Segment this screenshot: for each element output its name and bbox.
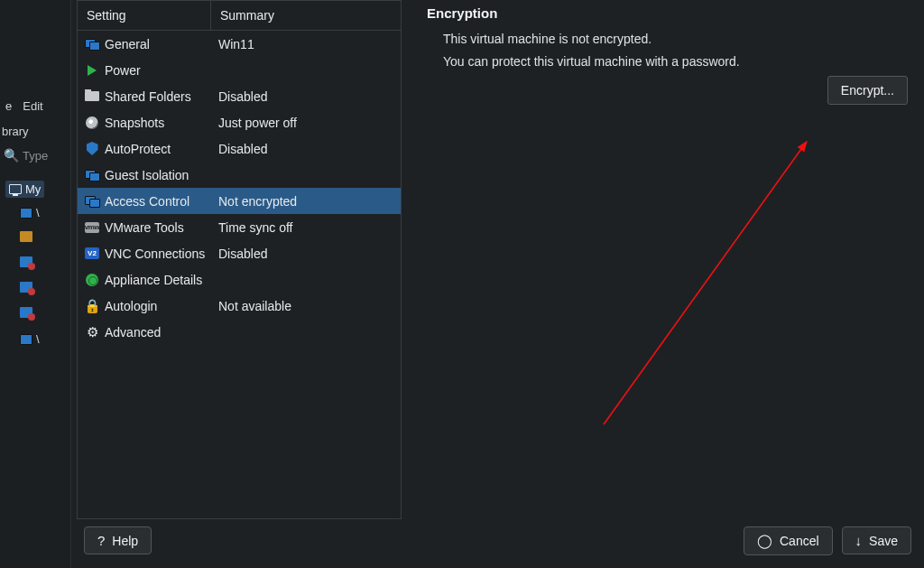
settings-row-summary: Not encrypted <box>211 194 401 209</box>
settings-row-summary: Disabled <box>211 89 401 104</box>
access-control-icon <box>85 194 99 209</box>
detail-text-line2: You can protect this virtual machine wit… <box>443 52 908 71</box>
settings-row-autologin[interactable]: 🔒Autologin Not available <box>78 293 401 319</box>
settings-row-label: Shared Folders <box>105 89 191 104</box>
cancel-button-label: Cancel <box>780 534 819 548</box>
appliance-icon <box>85 273 99 287</box>
library-my-computer[interactable]: My <box>5 181 44 198</box>
library-vm-item[interactable] <box>20 282 32 293</box>
vm-icon-error <box>20 307 32 318</box>
snapshot-icon <box>85 116 99 130</box>
settings-detail-pane: Encryption This virtual machine is not e… <box>402 0 924 526</box>
settings-row-appliance-details[interactable]: Appliance Details <box>78 266 401 293</box>
settings-row-power[interactable]: Power <box>78 57 401 83</box>
menubar-fragment: e Edit <box>0 94 71 118</box>
column-header-summary[interactable]: Summary <box>211 1 401 30</box>
lock-icon: 🔒 <box>85 299 99 313</box>
library-vm-item[interactable] <box>20 231 32 242</box>
settings-row-general[interactable]: General Win11 <box>78 31 401 57</box>
guest-isolation-icon <box>85 168 99 182</box>
cancel-icon: ◯ <box>757 533 772 549</box>
settings-row-summary: Disabled <box>211 247 401 261</box>
settings-row-autoprotect[interactable]: AutoProtect Disabled <box>78 135 401 162</box>
library-vm-item[interactable] <box>20 307 32 318</box>
general-icon <box>85 37 99 51</box>
search-icon: 🔍 <box>4 148 19 163</box>
autoprotect-icon <box>85 142 99 156</box>
main-window-left-strip: e Edit <box>0 0 72 568</box>
save-button[interactable]: ↓ Save <box>842 526 911 554</box>
settings-row-label: Guest Isolation <box>105 168 189 182</box>
settings-row-label: VNC Connections <box>105 247 205 261</box>
settings-row-vnc-connections[interactable]: V2VNC Connections Disabled <box>78 240 401 266</box>
settings-row-label: Appliance Details <box>105 273 202 287</box>
settings-row-label: VMware Tools <box>105 220 184 235</box>
folder-icon <box>85 89 99 104</box>
menu-edit[interactable]: Edit <box>23 99 42 113</box>
column-header-setting[interactable]: Setting <box>78 1 211 30</box>
vm-icon <box>20 208 32 219</box>
settings-row-label: AutoProtect <box>105 142 171 156</box>
save-button-label: Save <box>869 534 898 548</box>
settings-row-guest-isolation[interactable]: Guest Isolation <box>78 162 401 188</box>
settings-row-summary: Just power off <box>211 116 401 130</box>
vm-icon <box>20 334 32 345</box>
vmware-tools-icon: vmw <box>85 220 99 235</box>
settings-row-label: Advanced <box>105 325 161 340</box>
settings-row-label: Snapshots <box>105 116 164 130</box>
settings-row-advanced[interactable]: ⚙Advanced <box>78 319 401 345</box>
save-arrow-icon: ↓ <box>855 533 863 548</box>
gear-icon: ⚙ <box>85 325 99 340</box>
settings-row-summary: Win11 <box>211 37 401 51</box>
library-label-fragment: brary <box>0 125 29 138</box>
settings-row-label: General <box>105 37 150 51</box>
encrypt-button[interactable]: Encrypt... <box>827 76 908 105</box>
settings-row-summary: Time sync off <box>211 220 401 235</box>
detail-heading: Encryption <box>427 5 908 21</box>
vnc-icon: V2 <box>85 247 99 261</box>
cancel-button[interactable]: ◯ Cancel <box>744 526 833 555</box>
dialog-button-row: ? Help ◯ Cancel ↓ Save <box>71 526 924 568</box>
power-icon <box>85 63 99 78</box>
search-placeholder-text: Type <box>23 149 48 163</box>
detail-text-line1: This virtual machine is not encrypted. <box>443 30 908 49</box>
vm-settings-dialog: Setting Summary General Win11 Power Shar… <box>70 0 924 568</box>
vm-label-fragment: \ <box>36 206 40 219</box>
settings-row-summary: Not available <box>211 299 401 313</box>
settings-row-snapshots[interactable]: Snapshots Just power off <box>78 109 401 135</box>
vm-icon-error <box>20 282 32 293</box>
settings-row-access-control[interactable]: Access Control Not encrypted <box>78 188 401 214</box>
help-button-label: Help <box>112 534 138 548</box>
settings-row-label: Power <box>105 63 141 78</box>
library-vm-item[interactable]: \ <box>20 332 40 346</box>
library-my-computer-label: My <box>25 182 41 196</box>
settings-list-header: Setting Summary <box>78 1 401 31</box>
help-button[interactable]: ? Help <box>84 526 152 554</box>
library-vm-item[interactable] <box>20 256 32 267</box>
vm-label-fragment: \ <box>36 332 40 346</box>
settings-row-vmware-tools[interactable]: vmwVMware Tools Time sync off <box>78 214 401 240</box>
settings-row-summary: Disabled <box>211 142 401 156</box>
library-search-fragment[interactable]: 🔍 Type <box>4 148 48 163</box>
vm-icon-error <box>20 256 32 267</box>
monitor-icon <box>9 184 22 194</box>
settings-list: Setting Summary General Win11 Power Shar… <box>77 0 402 519</box>
settings-row-label: Access Control <box>105 194 189 209</box>
library-vm-item[interactable]: \ <box>20 206 40 219</box>
help-icon: ? <box>97 533 105 548</box>
settings-row-label: Autologin <box>105 299 157 313</box>
settings-rows: General Win11 Power Shared Folders Disab… <box>78 31 401 518</box>
settings-row-shared-folders[interactable]: Shared Folders Disabled <box>78 83 401 109</box>
vm-icon <box>20 231 32 242</box>
menu-file-fragment[interactable]: e <box>5 99 12 113</box>
